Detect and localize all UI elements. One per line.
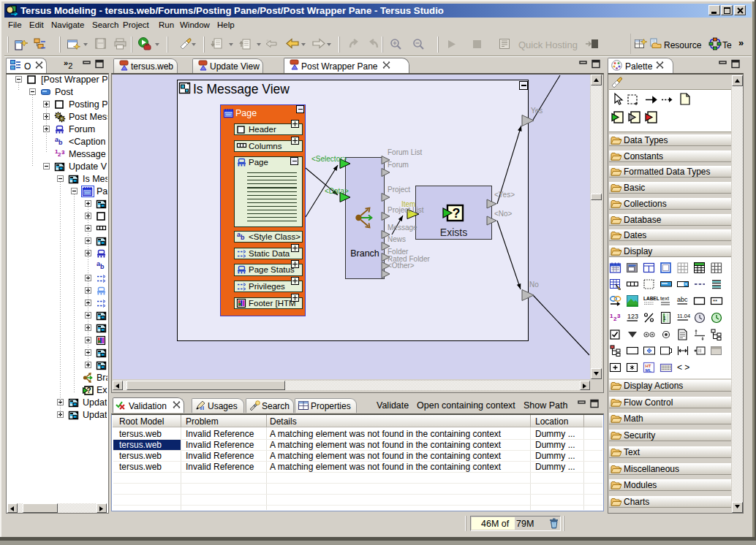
svg-text:Item: Item xyxy=(401,200,415,208)
svg-text:1: 1 xyxy=(663,316,666,321)
svg-text:11.04: 11.04 xyxy=(677,313,690,319)
svg-text:123: 123 xyxy=(627,313,638,320)
svg-text:Forum List: Forum List xyxy=(388,148,422,156)
svg-text:<No>: <No> xyxy=(494,210,513,218)
svg-text:<Data>: <Data> xyxy=(325,187,349,195)
svg-text:<Selector>: <Selector> xyxy=(311,155,347,163)
svg-text:Project: Project xyxy=(388,186,410,194)
svg-text:Forum: Forum xyxy=(388,161,409,169)
svg-text:Message: Message xyxy=(388,224,417,232)
svg-text:< >: < > xyxy=(677,362,689,373)
svg-text:**: ** xyxy=(713,298,717,305)
svg-text:3: 3 xyxy=(617,313,621,319)
svg-text:text: text xyxy=(660,295,670,302)
svg-text:ML: ML xyxy=(646,368,652,373)
svg-text:LABEL: LABEL xyxy=(643,296,659,301)
svg-text:<Yes>: <Yes> xyxy=(494,191,515,199)
svg-text:Yes: Yes xyxy=(531,107,543,115)
svg-text:<Other>: <Other> xyxy=(388,262,415,270)
svg-text:No: No xyxy=(529,281,539,289)
svg-text:News: News xyxy=(388,235,406,243)
svg-text:abc: abc xyxy=(677,296,688,303)
